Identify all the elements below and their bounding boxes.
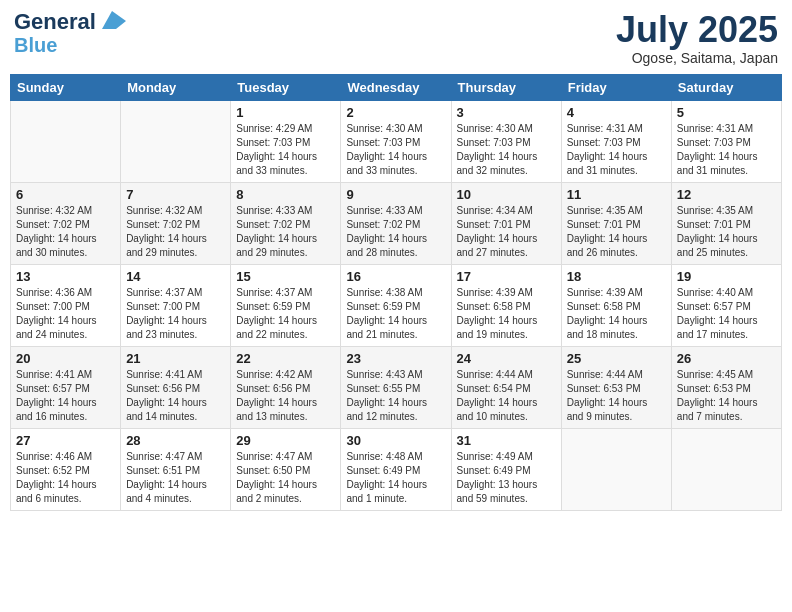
day-number: 6 [16, 187, 115, 202]
sunrise-text: Sunrise: 4:32 AM [126, 204, 225, 218]
day-info: Sunrise: 4:29 AMSunset: 7:03 PMDaylight:… [236, 122, 335, 178]
daylight-text: Daylight: 13 hours and 59 minutes. [457, 478, 556, 506]
day-info: Sunrise: 4:44 AMSunset: 6:53 PMDaylight:… [567, 368, 666, 424]
calendar-cell: 20Sunrise: 4:41 AMSunset: 6:57 PMDayligh… [11, 346, 121, 428]
logo: General Blue [14, 10, 126, 56]
day-info: Sunrise: 4:38 AMSunset: 6:59 PMDaylight:… [346, 286, 445, 342]
daylight-text: Daylight: 14 hours and 27 minutes. [457, 232, 556, 260]
daylight-text: Daylight: 14 hours and 12 minutes. [346, 396, 445, 424]
day-info: Sunrise: 4:48 AMSunset: 6:49 PMDaylight:… [346, 450, 445, 506]
daylight-text: Daylight: 14 hours and 13 minutes. [236, 396, 335, 424]
day-info: Sunrise: 4:47 AMSunset: 6:51 PMDaylight:… [126, 450, 225, 506]
sunrise-text: Sunrise: 4:39 AM [457, 286, 556, 300]
calendar-cell: 25Sunrise: 4:44 AMSunset: 6:53 PMDayligh… [561, 346, 671, 428]
calendar-cell: 22Sunrise: 4:42 AMSunset: 6:56 PMDayligh… [231, 346, 341, 428]
daylight-text: Daylight: 14 hours and 2 minutes. [236, 478, 335, 506]
day-number: 2 [346, 105, 445, 120]
sunset-text: Sunset: 7:03 PM [236, 136, 335, 150]
daylight-text: Daylight: 14 hours and 21 minutes. [346, 314, 445, 342]
calendar-week-3: 13Sunrise: 4:36 AMSunset: 7:00 PMDayligh… [11, 264, 782, 346]
day-number: 8 [236, 187, 335, 202]
sunset-text: Sunset: 7:01 PM [457, 218, 556, 232]
daylight-text: Daylight: 14 hours and 1 minute. [346, 478, 445, 506]
day-number: 3 [457, 105, 556, 120]
calendar-cell: 29Sunrise: 4:47 AMSunset: 6:50 PMDayligh… [231, 428, 341, 510]
day-number: 14 [126, 269, 225, 284]
sunset-text: Sunset: 7:02 PM [346, 218, 445, 232]
calendar-cell: 23Sunrise: 4:43 AMSunset: 6:55 PMDayligh… [341, 346, 451, 428]
day-info: Sunrise: 4:31 AMSunset: 7:03 PMDaylight:… [677, 122, 776, 178]
sunset-text: Sunset: 6:57 PM [677, 300, 776, 314]
calendar-cell: 26Sunrise: 4:45 AMSunset: 6:53 PMDayligh… [671, 346, 781, 428]
sunset-text: Sunset: 7:01 PM [677, 218, 776, 232]
day-number: 21 [126, 351, 225, 366]
daylight-text: Daylight: 14 hours and 18 minutes. [567, 314, 666, 342]
calendar-week-1: 1Sunrise: 4:29 AMSunset: 7:03 PMDaylight… [11, 100, 782, 182]
daylight-text: Daylight: 14 hours and 30 minutes. [16, 232, 115, 260]
col-header-saturday: Saturday [671, 74, 781, 100]
daylight-text: Daylight: 14 hours and 6 minutes. [16, 478, 115, 506]
calendar-cell: 8Sunrise: 4:33 AMSunset: 7:02 PMDaylight… [231, 182, 341, 264]
calendar-cell: 16Sunrise: 4:38 AMSunset: 6:59 PMDayligh… [341, 264, 451, 346]
day-number: 25 [567, 351, 666, 366]
day-number: 13 [16, 269, 115, 284]
calendar-cell: 4Sunrise: 4:31 AMSunset: 7:03 PMDaylight… [561, 100, 671, 182]
sunset-text: Sunset: 7:03 PM [346, 136, 445, 150]
day-number: 19 [677, 269, 776, 284]
calendar-cell: 15Sunrise: 4:37 AMSunset: 6:59 PMDayligh… [231, 264, 341, 346]
calendar-cell [11, 100, 121, 182]
daylight-text: Daylight: 14 hours and 19 minutes. [457, 314, 556, 342]
calendar-header-row: SundayMondayTuesdayWednesdayThursdayFrid… [11, 74, 782, 100]
sunrise-text: Sunrise: 4:29 AM [236, 122, 335, 136]
sunset-text: Sunset: 6:53 PM [567, 382, 666, 396]
day-number: 30 [346, 433, 445, 448]
col-header-friday: Friday [561, 74, 671, 100]
daylight-text: Daylight: 14 hours and 25 minutes. [677, 232, 776, 260]
sunrise-text: Sunrise: 4:44 AM [457, 368, 556, 382]
calendar-cell: 24Sunrise: 4:44 AMSunset: 6:54 PMDayligh… [451, 346, 561, 428]
calendar-cell: 21Sunrise: 4:41 AMSunset: 6:56 PMDayligh… [121, 346, 231, 428]
col-header-sunday: Sunday [11, 74, 121, 100]
sunrise-text: Sunrise: 4:44 AM [567, 368, 666, 382]
daylight-text: Daylight: 14 hours and 17 minutes. [677, 314, 776, 342]
sunrise-text: Sunrise: 4:34 AM [457, 204, 556, 218]
daylight-text: Daylight: 14 hours and 23 minutes. [126, 314, 225, 342]
svg-marker-0 [102, 11, 126, 29]
calendar-week-5: 27Sunrise: 4:46 AMSunset: 6:52 PMDayligh… [11, 428, 782, 510]
daylight-text: Daylight: 14 hours and 16 minutes. [16, 396, 115, 424]
sunrise-text: Sunrise: 4:43 AM [346, 368, 445, 382]
day-info: Sunrise: 4:41 AMSunset: 6:57 PMDaylight:… [16, 368, 115, 424]
daylight-text: Daylight: 14 hours and 24 minutes. [16, 314, 115, 342]
sunset-text: Sunset: 6:57 PM [16, 382, 115, 396]
day-info: Sunrise: 4:40 AMSunset: 6:57 PMDaylight:… [677, 286, 776, 342]
day-info: Sunrise: 4:41 AMSunset: 6:56 PMDaylight:… [126, 368, 225, 424]
month-title: July 2025 [616, 10, 778, 50]
day-number: 7 [126, 187, 225, 202]
sunset-text: Sunset: 7:02 PM [16, 218, 115, 232]
sunrise-text: Sunrise: 4:36 AM [16, 286, 115, 300]
day-number: 23 [346, 351, 445, 366]
sunrise-text: Sunrise: 4:33 AM [346, 204, 445, 218]
calendar-cell: 6Sunrise: 4:32 AMSunset: 7:02 PMDaylight… [11, 182, 121, 264]
calendar-cell: 5Sunrise: 4:31 AMSunset: 7:03 PMDaylight… [671, 100, 781, 182]
calendar-cell [121, 100, 231, 182]
sunrise-text: Sunrise: 4:42 AM [236, 368, 335, 382]
day-info: Sunrise: 4:35 AMSunset: 7:01 PMDaylight:… [677, 204, 776, 260]
sunset-text: Sunset: 6:58 PM [567, 300, 666, 314]
page-header: General Blue July 2025 Ogose, Saitama, J… [10, 10, 782, 66]
sunrise-text: Sunrise: 4:46 AM [16, 450, 115, 464]
day-number: 18 [567, 269, 666, 284]
day-number: 31 [457, 433, 556, 448]
sunset-text: Sunset: 6:56 PM [236, 382, 335, 396]
day-number: 27 [16, 433, 115, 448]
daylight-text: Daylight: 14 hours and 29 minutes. [126, 232, 225, 260]
day-info: Sunrise: 4:44 AMSunset: 6:54 PMDaylight:… [457, 368, 556, 424]
sunset-text: Sunset: 7:03 PM [677, 136, 776, 150]
calendar-cell: 2Sunrise: 4:30 AMSunset: 7:03 PMDaylight… [341, 100, 451, 182]
logo-text: General [14, 10, 96, 34]
day-info: Sunrise: 4:33 AMSunset: 7:02 PMDaylight:… [236, 204, 335, 260]
day-info: Sunrise: 4:49 AMSunset: 6:49 PMDaylight:… [457, 450, 556, 506]
day-info: Sunrise: 4:35 AMSunset: 7:01 PMDaylight:… [567, 204, 666, 260]
col-header-monday: Monday [121, 74, 231, 100]
logo-blue: Blue [14, 34, 57, 56]
